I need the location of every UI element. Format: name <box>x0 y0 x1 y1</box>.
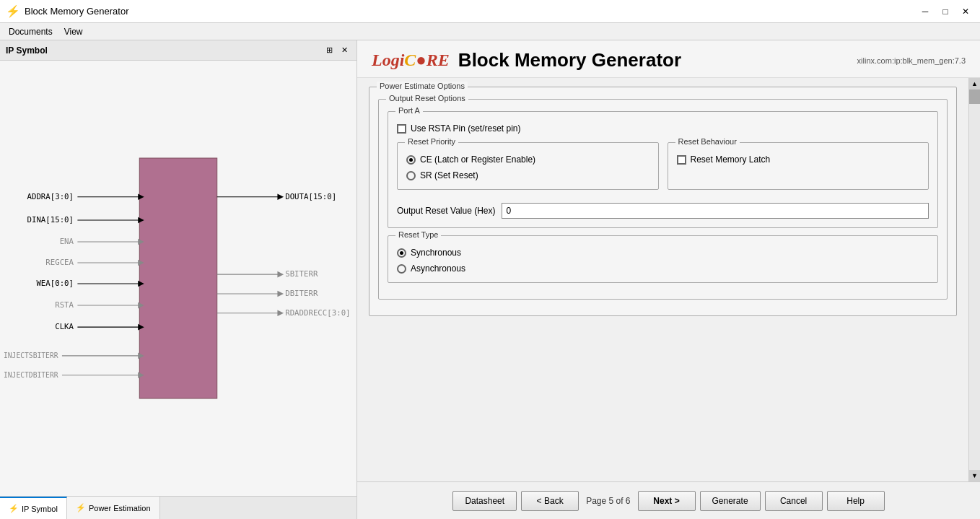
svg-text:CLKA: CLKA <box>55 322 74 331</box>
output-reset-input[interactable] <box>502 203 929 219</box>
menu-bar: Documents View <box>0 23 980 40</box>
title-bar-controls: ─ □ ✕ <box>916 4 974 19</box>
radio-sync-label: Synchronous <box>411 248 461 258</box>
app-title: Block Memory Generator <box>458 49 681 71</box>
bottom-bar: Datasheet < Back Page 5 of 6 Next > Gene… <box>357 481 980 519</box>
reset-columns: Reset Priority CE (Latch or Register Ena… <box>397 142 929 197</box>
logo-suffix: ●RE <box>416 51 450 69</box>
svg-text:ENA: ENA <box>60 237 74 246</box>
svg-rect-0 <box>139 158 216 398</box>
logi-logo: LogiC●RE <box>372 51 450 70</box>
radio-ce-circle[interactable] <box>406 155 416 165</box>
radio-ce[interactable]: CE (Latch or Register Enable) <box>406 154 649 165</box>
menu-view[interactable]: View <box>58 25 89 38</box>
svg-text:DBITERR: DBITERR <box>285 289 318 298</box>
ip-symbol-diagram: ADDRA[3:0] DINA[15:0] ENA REGCEA WEA[0:0… <box>0 61 356 496</box>
radio-sr-label: SR (Set Reset) <box>420 170 478 180</box>
svg-text:SBITERR: SBITERR <box>285 269 318 279</box>
output-reset-label: Output Reset Value (Hex) <box>397 206 496 216</box>
reset-priority-group: Reset Priority CE (Latch or Register Ena… <box>397 142 659 190</box>
logi-left: LogiC●RE Block Memory Generator <box>372 49 681 71</box>
use-rsta-pin-checkbox[interactable]: Use RSTA Pin (set/reset pin) <box>397 123 929 134</box>
version-label: xilinx.com:ip:blk_mem_gen:7.3 <box>857 56 966 65</box>
panel-header: IP Symbol ⊞ ✕ <box>0 40 356 61</box>
scrollbar-thumb[interactable] <box>969 90 980 104</box>
output-reset-value-row: Output Reset Value (Hex) <box>397 203 929 219</box>
help-button[interactable]: Help <box>827 491 885 511</box>
svg-marker-32 <box>277 271 284 278</box>
reset-priority-title: Reset Priority <box>405 137 458 146</box>
reset-latch-box[interactable] <box>677 155 686 165</box>
output-reset-title: Output Reset Options <box>386 94 468 103</box>
svg-text:INJECTSBITERR: INJECTSBITERR <box>4 352 58 359</box>
cancel-button[interactable]: Cancel <box>765 491 823 511</box>
reset-memory-latch-check[interactable]: Reset Memory Latch <box>677 154 920 165</box>
tab-power-icon: ⚡ <box>76 503 86 513</box>
svg-text:WEA[0:0]: WEA[0:0] <box>36 279 74 288</box>
svg-text:RDADDRECC[3:0]: RDADDRECC[3:0] <box>285 308 350 318</box>
tab-ip-symbol[interactable]: ⚡ IP Symbol <box>0 497 67 519</box>
next-button[interactable]: Next > <box>638 491 696 511</box>
radio-async-label: Asynchronous <box>411 263 465 274</box>
panel-restore-btn[interactable]: ⊞ <box>323 45 336 56</box>
main-layout: IP Symbol ⊞ ✕ ADDRA[3:0] DINA[15:0] <box>0 40 980 519</box>
reset-type-options: Synchronous Asynchronous <box>397 248 929 274</box>
radio-synchronous[interactable]: Synchronous <box>397 248 929 258</box>
svg-text:DINA[15:0]: DINA[15:0] <box>27 215 74 224</box>
logi-header: LogiC●RE Block Memory Generator xilinx.c… <box>357 40 980 78</box>
svg-marker-38 <box>277 310 284 317</box>
tab-power-estimation[interactable]: ⚡ Power Estimation <box>67 497 160 519</box>
title-bar-left: ⚡ Block Memory Generator <box>6 4 129 18</box>
radio-sr-circle[interactable] <box>406 171 416 180</box>
radio-async-circle[interactable] <box>397 264 406 274</box>
bottom-tabs: ⚡ IP Symbol ⚡ Power Estimation <box>0 496 356 519</box>
radio-asynchronous[interactable]: Asynchronous <box>397 263 929 274</box>
reset-behaviour-group: Reset Behaviour Reset Memory Latch <box>668 142 929 190</box>
right-panel: LogiC●RE Block Memory Generator xilinx.c… <box>357 40 980 519</box>
window-title: Block Memory Generator <box>25 6 129 17</box>
title-bar: ⚡ Block Memory Generator ─ □ ✕ <box>0 0 980 23</box>
tab-ip-symbol-icon: ⚡ <box>9 504 19 513</box>
port-a-group: Port A Use RSTA Pin (set/reset pin) R <box>388 111 938 228</box>
reset-behaviour-title: Reset Behaviour <box>675 137 740 146</box>
power-estimate-title: Power Estimate Options <box>377 82 468 90</box>
output-reset-options-group: Output Reset Options Port A Use RSTA Pin… <box>378 99 948 300</box>
app-icon: ⚡ <box>6 4 20 18</box>
rsta-checkbox-label: Use RSTA Pin (set/reset pin) <box>411 123 521 134</box>
panel-close-btn[interactable]: ✕ <box>338 45 351 56</box>
scrollbar[interactable]: ▲ ▼ <box>968 78 980 481</box>
close-button[interactable]: ✕ <box>957 4 974 19</box>
svg-marker-29 <box>277 193 284 200</box>
panel-controls: ⊞ ✕ <box>323 45 351 56</box>
logo-accent: C <box>404 51 416 69</box>
menu-documents[interactable]: Documents <box>3 25 58 38</box>
panel-title: IP Symbol <box>6 45 48 56</box>
rsta-checkbox-box[interactable] <box>397 124 406 134</box>
generate-button[interactable]: Generate <box>700 491 761 511</box>
reset-priority-options: CE (Latch or Register Enable) SR (Set Re… <box>406 154 649 180</box>
minimize-button[interactable]: ─ <box>916 4 934 19</box>
port-a-title: Port A <box>395 106 423 115</box>
power-estimate-options-group: Power Estimate Options Output Reset Opti… <box>369 87 957 316</box>
radio-ce-label: CE (Latch or Register Enable) <box>420 154 535 165</box>
reset-type-title: Reset Type <box>395 230 441 239</box>
maximize-button[interactable]: □ <box>937 4 954 19</box>
svg-text:INJECTDBITERR: INJECTDBITERR <box>4 371 58 379</box>
radio-sync-circle[interactable] <box>397 248 406 258</box>
reset-type-group: Reset Type Synchronous Asynchronous <box>388 235 938 283</box>
svg-marker-35 <box>277 291 284 297</box>
reset-latch-label: Reset Memory Latch <box>691 154 771 165</box>
left-panel: IP Symbol ⊞ ✕ ADDRA[3:0] DINA[15:0] <box>0 40 357 519</box>
scrollbar-up[interactable]: ▲ <box>969 78 980 90</box>
svg-text:ADDRA[3:0]: ADDRA[3:0] <box>27 192 74 201</box>
content-area: Power Estimate Options Output Reset Opti… <box>357 78 968 481</box>
datasheet-button[interactable]: Datasheet <box>452 491 517 511</box>
reset-behaviour-options: Reset Memory Latch <box>677 154 920 165</box>
radio-sr[interactable]: SR (Set Reset) <box>406 170 649 180</box>
svg-text:REGCEA: REGCEA <box>45 258 74 267</box>
tab-ip-symbol-label: IP Symbol <box>22 505 58 513</box>
scrollbar-down[interactable]: ▼ <box>969 470 980 481</box>
page-info: Page 5 of 6 <box>583 496 633 506</box>
diagram-area: ADDRA[3:0] DINA[15:0] ENA REGCEA WEA[0:0… <box>0 61 356 496</box>
back-button[interactable]: < Back <box>521 491 579 511</box>
